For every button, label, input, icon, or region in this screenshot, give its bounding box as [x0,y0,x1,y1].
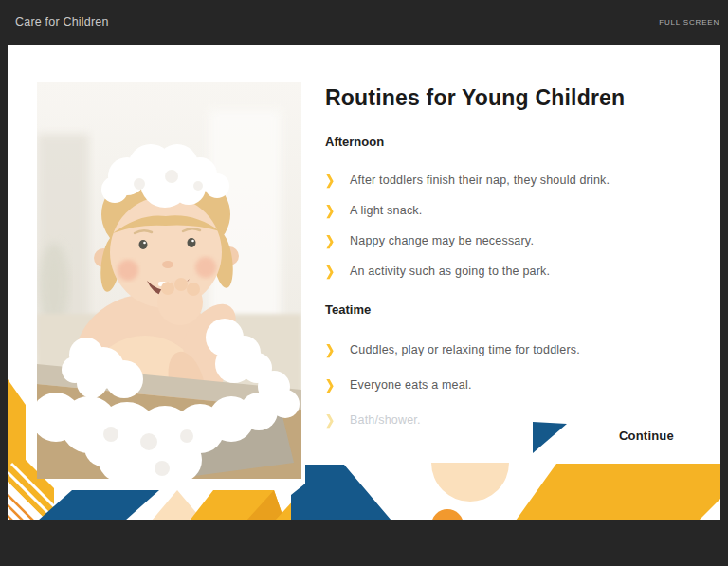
afternoon-bullet-list: ❯ After toddlers finish their nap, they … [325,172,714,280]
continue-button[interactable]: Continue [619,429,674,443]
bullet-chevron-icon: ❯ [325,230,350,250]
list-item: ❯ Everyone eats a meal. [325,376,714,393]
bullet-chevron-icon: ❯ [325,170,350,190]
bullet-text: Nappy change may be necessary. [350,232,534,249]
bullet-text: Cuddles, play or relaxing time for toddl… [350,341,580,358]
course-title: Care for Children [15,15,109,28]
fullscreen-button[interactable]: FULL SCREEN [659,18,719,27]
slide-content: Routines for Young Children Afternoon ❯ … [325,85,714,447]
baby-bath-illustration [37,82,301,479]
bullet-chevron-icon: ❯ [325,261,350,281]
bullet-chevron-icon: ❯ [325,339,350,359]
bullet-chevron-icon: ❯ [325,374,350,394]
bullet-text: Bath/shower. [350,411,421,429]
section-title-teatime: Teatime [325,302,714,317]
list-item: ❯ Bath/shower. [325,411,714,429]
bullet-text: A light snack. [350,202,422,219]
list-item: ❯ Cuddles, play or relaxing time for tod… [325,341,714,358]
bullet-chevron-icon: ❯ [325,410,350,429]
list-item: ❯ An activity such as going to the park. [325,263,714,280]
slide-heading: Routines for Young Children [325,85,714,112]
player-control-bar [0,520,728,566]
slide-stage: Routines for Young Children Afternoon ❯ … [8,45,720,520]
bullet-text: Everyone eats a meal. [350,376,472,393]
list-item: ❯ A light snack. [325,202,714,219]
section-title-afternoon: Afternoon [325,135,714,149]
bullet-text: After toddlers finish their nap, they sh… [350,172,610,189]
list-item: ❯ After toddlers finish their nap, they … [325,172,714,189]
slide-photo-baby-bath [37,82,301,479]
bullet-chevron-icon: ❯ [325,200,350,220]
bullet-text: An activity such as going to the park. [350,263,550,280]
list-item: ❯ Nappy change may be necessary. [325,232,714,249]
player-top-bar: Care for Children FULL SCREEN [0,0,728,45]
teatime-bullet-list: ❯ Cuddles, play or relaxing time for tod… [325,341,714,429]
